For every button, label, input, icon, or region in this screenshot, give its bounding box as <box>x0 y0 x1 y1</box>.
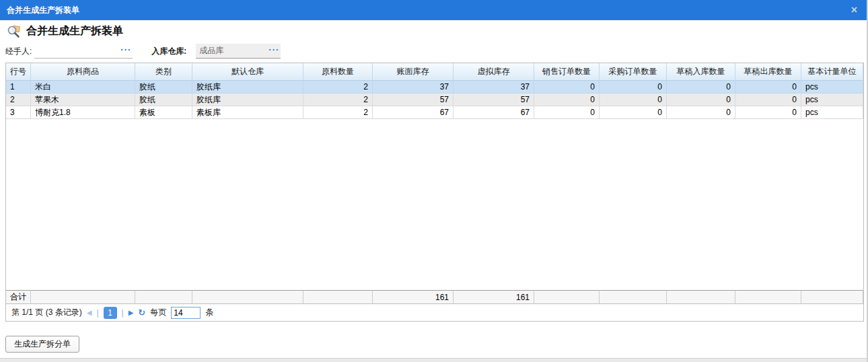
table-row[interactable]: 3博耐克1.8素板素板库267670000pcs <box>6 106 863 119</box>
dialog-titlebar: 合并生成生产拆装单 × <box>0 0 867 20</box>
table-cell: 0 <box>600 106 667 119</box>
table-cell: 0 <box>735 106 801 119</box>
dialog-bottom-edge <box>0 358 867 362</box>
next-page-icon[interactable]: ▶ <box>129 309 134 316</box>
table-cell: 素板 <box>135 106 192 119</box>
table-cell: 0 <box>735 94 801 106</box>
table-cell: 1 <box>6 81 31 94</box>
dialog-title: 合并生成生产拆装单 <box>7 5 848 16</box>
totals-cell <box>600 290 667 304</box>
per-page-unit: 条 <box>205 307 213 318</box>
table-cell: pcs <box>801 94 863 106</box>
table-cell: 2 <box>303 106 373 119</box>
pagination-summary: 第 1/1 页 (3 条记录) <box>11 307 82 318</box>
table-cell: 2 <box>303 81 373 94</box>
totals-cell: 161 <box>373 290 454 304</box>
table-cell: 0 <box>534 81 600 94</box>
table-cell: 素板库 <box>192 106 303 119</box>
separator: | <box>96 308 98 318</box>
table-cell: 0 <box>600 94 667 106</box>
current-page-button[interactable]: 1 <box>104 307 117 319</box>
table-cell: 0 <box>534 94 600 106</box>
column-header[interactable]: 虚拟库存 <box>454 63 534 81</box>
page-header: 合并生成生产拆装单 <box>7 24 123 38</box>
table-cell: 胶纸库 <box>192 94 303 106</box>
totals-cell <box>31 290 135 304</box>
table-cell: 57 <box>454 94 534 106</box>
table-cell: 胶纸库 <box>192 81 303 94</box>
table-cell: 37 <box>454 81 534 94</box>
table-body: 1米白胶纸胶纸库237370000pcs2苹果木胶纸胶纸库257570000pc… <box>6 81 863 119</box>
table-cell: 米白 <box>31 81 135 94</box>
table-header-row: 行号原料商品类别默认仓库原料数量账面库存虚拟库存销售订单数量采购订单数量草稿入库… <box>6 63 863 81</box>
column-header[interactable]: 采购订单数量 <box>600 63 667 81</box>
prev-page-icon[interactable]: ◀ <box>87 309 92 316</box>
totals-cell <box>801 290 863 304</box>
totals-cell: 161 <box>454 290 534 304</box>
close-icon[interactable]: × <box>848 5 860 15</box>
page-title: 合并生成生产拆装单 <box>26 24 123 38</box>
column-header[interactable]: 草稿出库数量 <box>735 63 801 81</box>
column-header[interactable]: 账面库存 <box>373 63 454 81</box>
form-row: 经手人: ··· 入库仓库: ··· <box>5 43 281 59</box>
generate-split-order-button[interactable]: 生成生产拆分单 <box>5 336 79 353</box>
table-cell: 0 <box>735 81 801 94</box>
handler-input[interactable] <box>34 44 133 58</box>
totals-cell <box>192 290 303 304</box>
handler-picker-icon[interactable]: ··· <box>120 45 131 54</box>
totals-label: 合计 <box>6 290 31 304</box>
handler-label: 经手人: <box>5 46 32 57</box>
table-cell: 67 <box>454 106 534 119</box>
table-cell: pcs <box>801 106 863 119</box>
refresh-icon[interactable]: ↻ <box>138 307 145 318</box>
table-cell: 0 <box>667 106 735 119</box>
table-cell: 2 <box>6 94 31 106</box>
grid-empty-area <box>6 119 863 290</box>
warehouse-field: ··· <box>196 44 281 59</box>
column-header[interactable]: 行号 <box>6 63 31 81</box>
warehouse-picker-icon[interactable]: ··· <box>268 45 279 54</box>
table-cell: 37 <box>373 81 454 94</box>
column-header[interactable]: 原料数量 <box>303 63 373 81</box>
column-header[interactable]: 草稿入库数量 <box>667 63 735 81</box>
separator: | <box>122 308 124 318</box>
totals-cell <box>667 290 735 304</box>
totals-cell <box>534 290 600 304</box>
table-cell: 0 <box>600 81 667 94</box>
magnifier-document-icon <box>7 25 21 38</box>
handler-field: ··· <box>34 44 133 59</box>
column-header[interactable]: 原料商品 <box>31 63 135 81</box>
table-cell: pcs <box>801 81 863 94</box>
totals-cell <box>303 290 373 304</box>
table-cell: 0 <box>534 106 600 119</box>
table-cell: 67 <box>373 106 454 119</box>
table-cell: 2 <box>303 94 373 106</box>
per-page-label: 每页 <box>150 307 166 318</box>
per-page-input[interactable] <box>171 307 201 319</box>
column-header[interactable]: 类别 <box>135 63 192 81</box>
table-cell: 0 <box>667 94 735 106</box>
totals-row: 合计161161 <box>6 290 863 304</box>
column-header[interactable]: 销售订单数量 <box>534 63 600 81</box>
warehouse-label: 入库仓库: <box>151 46 186 57</box>
table-cell: 胶纸 <box>135 94 192 106</box>
totals-table: 合计161161 <box>6 290 863 304</box>
totals-cell <box>135 290 192 304</box>
table-cell: 胶纸 <box>135 81 192 94</box>
table-cell: 0 <box>667 81 735 94</box>
materials-table: 行号原料商品类别默认仓库原料数量账面库存虚拟库存销售订单数量采购订单数量草稿入库… <box>6 63 863 119</box>
merge-production-dialog: 合并生成生产拆装单 × 合并生成生产拆装单 经手人: ··· 入库仓库: ···… <box>0 0 868 362</box>
table-cell: 苹果木 <box>31 94 135 106</box>
table-row[interactable]: 2苹果木胶纸胶纸库257570000pcs <box>6 94 863 106</box>
materials-grid: 行号原料商品类别默认仓库原料数量账面库存虚拟库存销售订单数量采购订单数量草稿入库… <box>5 63 864 322</box>
table-cell: 博耐克1.8 <box>31 106 135 119</box>
table-row[interactable]: 1米白胶纸胶纸库237370000pcs <box>6 81 863 94</box>
pagination-bar: 第 1/1 页 (3 条记录) ◀ | 1 | ▶ ↻ 每页 条 <box>6 304 863 321</box>
table-cell: 57 <box>373 94 454 106</box>
table-cell: 3 <box>6 106 31 119</box>
totals-cell <box>735 290 801 304</box>
column-header[interactable]: 基本计量单位 <box>801 63 863 81</box>
column-header[interactable]: 默认仓库 <box>192 63 303 81</box>
